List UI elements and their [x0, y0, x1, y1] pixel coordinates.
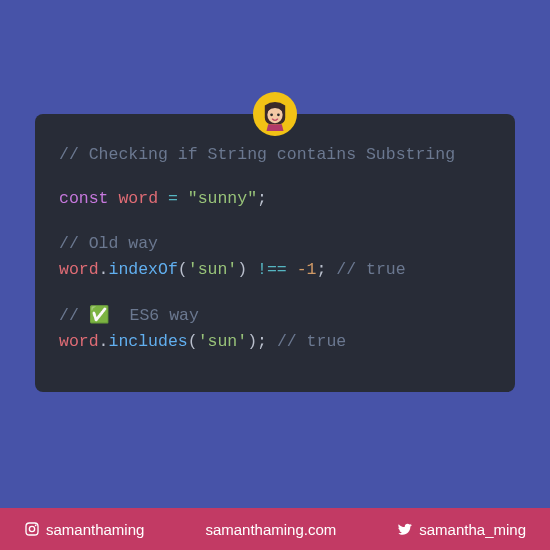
comment-old-way: // Old way [59, 233, 491, 255]
footer-website[interactable]: samanthaming.com [205, 521, 336, 538]
footer-bar: samanthaming samanthaming.com samantha_m… [0, 508, 550, 550]
comment-title: // Checking if String contains Substring [59, 144, 491, 166]
footer-instagram-label: samanthaming [46, 521, 144, 538]
line-const: const word = "sunny"; [59, 188, 491, 210]
instagram-icon [24, 521, 40, 537]
svg-point-1 [270, 113, 273, 116]
twitter-icon [397, 521, 413, 537]
comment-es6-way: // ✅ ES6 way [59, 303, 491, 327]
svg-point-4 [29, 526, 34, 531]
line-indexof: word.indexOf('sun') !== -1; // true [59, 259, 491, 281]
footer-website-label: samanthaming.com [205, 521, 336, 538]
code-snippet: // Checking if String contains Substring… [35, 114, 515, 392]
avatar-circle [253, 92, 297, 136]
svg-point-5 [35, 524, 37, 526]
footer-instagram[interactable]: samanthaming [24, 521, 144, 538]
avatar-face-icon [258, 97, 292, 131]
avatar [253, 92, 297, 136]
footer-twitter[interactable]: samantha_ming [397, 521, 526, 538]
footer-twitter-label: samantha_ming [419, 521, 526, 538]
line-includes: word.includes('sun'); // true [59, 331, 491, 353]
svg-point-2 [277, 113, 280, 116]
